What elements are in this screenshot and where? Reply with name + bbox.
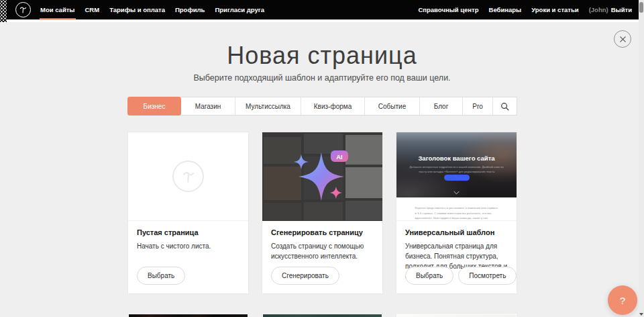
ai-sparkle-icon: AI [286,147,356,206]
nav-invite-friend[interactable]: Пригласи друга [215,6,264,13]
preview-cta-button [444,175,470,181]
scrollbar-thumb[interactable] [639,2,643,13]
logout-link[interactable]: Выйти [611,6,632,13]
template-card-partial[interactable] [127,313,249,317]
card-title: Сгенерировать страницу [271,228,374,236]
template-preview: Заголовок вашего сайта Добавьте интересн… [396,132,517,221]
top-navbar: Мои сайты CRM Тарифы и оплата Профиль Пр… [7,0,639,19]
tab-shop[interactable]: Магазин [180,97,235,115]
tab-business[interactable]: Бизнес [128,97,180,115]
scrollbar[interactable] [639,0,644,317]
tab-blog[interactable]: Блог [419,97,462,115]
card-buttons: Сгенерировать [271,267,339,285]
preview-body-text: Коротко представьтесь и расскажите о ком… [415,197,498,221]
nav-crm[interactable]: CRM [85,6,100,13]
ai-badge-label: AI [336,153,343,161]
card-description: Начать с чистого листа. [137,241,239,251]
card-description: Создать страницу с помощью искусственног… [271,241,374,261]
card-generate-page: AI Сгенерировать страницу Создать страни… [262,132,383,294]
partial-preview-image [129,314,248,317]
page-background-pattern [0,0,7,22]
tab-quiz-form[interactable]: Квиз-форма [301,97,364,115]
preview-subtext: Добавьте интересные подробности о вашей … [406,165,508,174]
nav-tariffs[interactable]: Тарифы и оплата [109,6,165,13]
nav-lessons[interactable]: Уроки и статьи [531,6,578,13]
tab-pro[interactable]: Pro [462,97,492,115]
nav-webinars[interactable]: Вебинары [489,6,522,13]
card-buttons: Выбрать [137,267,185,285]
ai-generate-preview: AI [262,132,382,221]
template-hero-photo: Заголовок вашего сайта Добавьте интересн… [396,132,517,197]
card-blank-page: Пустая страница Начать с чистого листа. … [127,132,249,294]
generate-button[interactable]: Сгенерировать [271,267,339,285]
search-icon[interactable] [492,97,517,115]
tab-event[interactable]: Событие [364,97,419,115]
card-title: Универсальный шаблон [405,228,508,236]
next-templates-row [127,313,517,317]
nav-my-sites[interactable]: Мои сайты [40,6,75,13]
template-card-partial[interactable] [262,313,383,317]
view-button[interactable]: Посмотреть [458,267,517,285]
template-cards-row: Пустая страница Начать с чистого листа. … [127,132,517,294]
nav-help-center[interactable]: Справочный центр [418,6,478,13]
page-subtitle: Выберите подходящий шаблон и адаптируйте… [0,73,644,83]
user-name: (John) [589,6,608,13]
tab-multilink[interactable]: Мультиссылка [235,97,301,115]
user-group: (John) Выйти [589,6,632,13]
navbar-left-menu: Мои сайты CRM Тарифы и оплата Профиль Пр… [40,6,264,13]
card-universal-template: Заголовок вашего сайта Добавьте интересн… [396,132,517,294]
card-buttons: Выбрать Посмотреть [405,267,517,285]
card-info: Сгенерировать страницу Создать страницу … [262,221,382,269]
card-info: Пустая страница Начать с чистого листа. [128,221,248,259]
select-button[interactable]: Выбрать [405,267,453,285]
navbar-right-menu: Справочный центр Вебинары Уроки и статьи… [418,6,632,13]
select-button[interactable]: Выбрать [137,267,185,285]
template-card-partial[interactable] [396,313,517,317]
help-button[interactable]: ? [608,285,637,315]
nav-profile[interactable]: Профиль [175,6,205,13]
preview-heading: Заголовок вашего сайта [396,154,517,162]
tilda-ghost-logo-icon [172,161,204,192]
card-title: Пустая страница [137,228,239,236]
scrollbar-arrow-icon [639,313,643,316]
template-category-tabs: Бизнес Магазин Мультиссылка Квиз-форма С… [127,97,517,116]
tilda-logo-icon[interactable] [15,2,31,17]
blank-page-preview [128,132,248,221]
partial-preview-image [263,314,382,317]
partial-preview-image [397,314,516,317]
page-title: Новая страница [0,42,644,70]
chevron-down-icon [396,191,517,195]
navbar-bottom-strip [7,19,639,22]
